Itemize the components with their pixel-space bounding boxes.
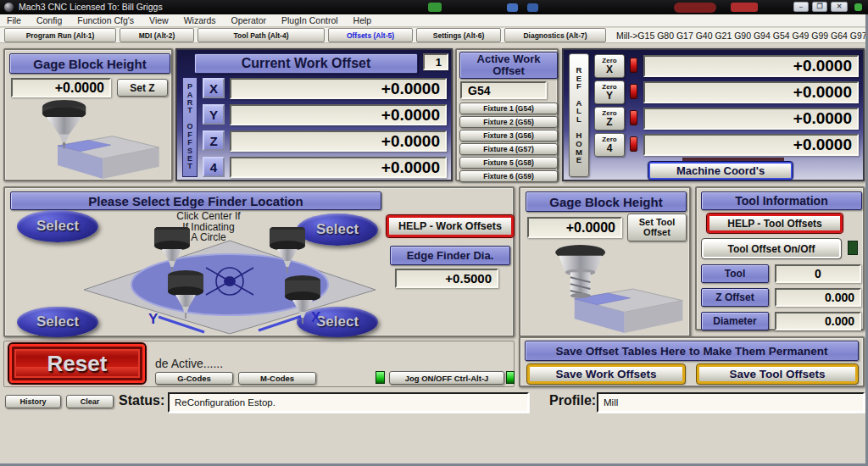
set-z-button[interactable]: Set Z — [117, 79, 168, 97]
gage-block-height-panel-top: Gage Block Height +0.0000 Set Z — [3, 48, 173, 181]
axis-4-label: 4 — [203, 157, 225, 177]
clear-button[interactable]: Clear — [66, 395, 114, 408]
tool-information-panel: Tool Information HELP - Tool Offsets Too… — [695, 186, 865, 330]
panel-title: Active Work Offset — [459, 52, 558, 79]
reset-bar: Reset de Active...... G-Codes M-Codes Jo… — [3, 341, 515, 387]
tool-offset-toggle-button[interactable]: Tool Offset On/Off — [702, 239, 841, 258]
edge-finder-illustration: Y X — [77, 227, 382, 336]
home-led-z — [630, 110, 637, 125]
machine-y-dro[interactable]: +0.0000 — [643, 81, 859, 103]
part-offset-y-dro[interactable]: +0.0000 — [230, 104, 447, 125]
menu-operator[interactable]: Operator — [231, 15, 266, 25]
panel-title: Current Work Offset — [194, 53, 418, 74]
gage-block-height-dro[interactable]: +0.0000 — [11, 78, 111, 97]
app-icon — [4, 3, 14, 12]
zero-axis-letter: Z — [606, 117, 612, 127]
profile-field: Mill — [597, 392, 865, 413]
zero-y-button[interactable]: Zero Y — [594, 80, 625, 104]
probe-over-block-illustration — [14, 99, 166, 180]
save-work-offsets-button[interactable]: Save Work Offsets — [527, 364, 685, 384]
zero-x-button[interactable]: Zero X — [594, 54, 625, 78]
machine-4-dro[interactable]: +0.0000 — [643, 134, 859, 156]
part-offset-label: P A R T O F F S E T — [182, 77, 198, 177]
z-offset-dro[interactable]: 0.000 — [775, 288, 861, 307]
panel-title: Please Select Edge Finder Location — [10, 191, 381, 210]
gcodes-button[interactable]: G-Codes — [155, 372, 233, 385]
minimize-button[interactable]: – — [793, 2, 809, 12]
active-offset-dro[interactable]: G54 — [460, 81, 547, 99]
tab-settings[interactable]: Settings (Alt-6) — [416, 28, 501, 42]
diameter-dro[interactable]: 0.000 — [775, 312, 861, 330]
machine-z-dro[interactable]: +0.0000 — [643, 108, 859, 130]
edge-finder-dia-label: Edge Finder Dia. — [390, 246, 510, 265]
tab-mdi[interactable]: MDI (Alt-2) — [120, 28, 194, 42]
panel-title: Save Offset Tables Here to Make Them Per… — [525, 341, 859, 361]
reset-button[interactable]: Reset — [9, 344, 145, 383]
current-work-offset-panel: Current Work Offset 1 P A R T O F F S E … — [175, 48, 453, 181]
axis-y-label: Y — [203, 104, 225, 125]
menu-function-cfgs[interactable]: Function Cfg's — [77, 15, 134, 25]
fixture-4-button[interactable]: Fixture 4 (G57) — [459, 143, 558, 155]
profile-label: Profile: — [549, 393, 596, 408]
axis-label-x: X — [311, 309, 321, 325]
zero-z-button[interactable]: Zero Z — [594, 107, 625, 130]
screen-tab-bar: Program Run (Alt-1) MDI (Alt-2) Tool Pat… — [0, 28, 868, 43]
set-tool-offset-button[interactable]: Set Tool Offset — [627, 214, 687, 241]
status-field: ReConfiguration Estop. — [168, 392, 529, 413]
menu-view[interactable]: View — [149, 15, 169, 25]
axis-label-y: Y — [148, 311, 159, 327]
machine-coords-panel: R E F A L L H O M E Zero X +0.0000 Zero … — [562, 48, 865, 181]
part-offset-4-dro[interactable]: +0.0000 — [230, 157, 447, 178]
zero-4-button[interactable]: Zero 4 — [594, 133, 625, 157]
menu-config[interactable]: Config — [36, 15, 62, 25]
mcodes-button[interactable]: M-Codes — [238, 372, 316, 385]
ref-all-home-button[interactable]: R E F A L L H O M E — [569, 53, 589, 177]
history-button[interactable]: History — [5, 395, 61, 408]
fixture-5-button[interactable]: Fixture 5 (G58) — [459, 157, 558, 169]
tab-tool-path[interactable]: Tool Path (Alt-4) — [198, 28, 325, 42]
offset-page-dro[interactable]: 1 — [423, 53, 448, 70]
tab-diagnostics[interactable]: Diagnostics (Alt-7) — [504, 28, 606, 42]
part-offset-x-dro[interactable]: +0.0000 — [230, 78, 447, 99]
menu-file[interactable]: File — [7, 15, 21, 25]
axis-x-label: X — [203, 78, 225, 98]
desktop-icon-artifact — [428, 3, 442, 12]
fixture-2-button[interactable]: Fixture 2 (G55) — [459, 116, 558, 128]
tool-number-dro[interactable]: 0 — [775, 264, 861, 283]
active-gcode-modes: Mill->G15 G80 G17 G40 G21 G90 G94 G54 G4… — [616, 31, 867, 41]
part-offset-z-dro[interactable]: +0.0000 — [230, 130, 447, 152]
jog-toggle-button[interactable]: Jog ON/OFF Ctrl-Alt-J — [389, 371, 504, 385]
save-offsets-panel: Save Offset Tables Here to Make Them Per… — [519, 336, 865, 387]
close-button[interactable]: ✕ — [831, 2, 848, 12]
desktop-icon-artifact — [527, 3, 538, 12]
help-work-offsets-button[interactable]: HELP - Work Offsets — [387, 215, 514, 237]
zero-axis-letter: X — [606, 64, 613, 75]
menu-help[interactable]: Help — [353, 15, 372, 25]
zero-axis-letter: Y — [606, 91, 613, 101]
fixture-3-button[interactable]: Fixture 3 (G56) — [459, 130, 558, 141]
fixture-6-button[interactable]: Fixture 6 (G59) — [459, 170, 558, 182]
edge-finder-dia-dro[interactable]: +0.5000 — [395, 269, 498, 288]
home-led-x — [630, 58, 637, 73]
tab-program-run[interactable]: Program Run (Alt-1) — [4, 28, 116, 42]
status-label: Status: — [119, 393, 164, 408]
panel-title: Gage Block Height — [9, 53, 170, 74]
tool-gage-height-dro[interactable]: +0.0000 — [527, 217, 622, 238]
home-led-y — [630, 84, 637, 99]
desktop-icon-artifact — [507, 3, 518, 12]
machine-x-dro[interactable]: +0.0000 — [643, 55, 859, 77]
menu-wizards[interactable]: Wizards — [184, 15, 216, 25]
save-tool-offsets-button[interactable]: Save Tool Offsets — [697, 364, 858, 384]
menu-plugin-control[interactable]: PlugIn Control — [281, 15, 338, 25]
machine-coords-button[interactable]: Machine Coord's — [648, 162, 793, 180]
desktop-icon-artifact — [674, 3, 716, 13]
jog-led-left — [376, 371, 385, 384]
gage-block-height-panel-tool: Gage Block Height +0.0000 Set Tool Offse… — [519, 186, 691, 337]
z-offset-label: Z Offset — [701, 288, 769, 307]
maximize-button[interactable]: ❐ — [812, 2, 827, 12]
tab-offsets[interactable]: Offsets (Alt-5) — [328, 28, 413, 42]
title-bar: Mach3 CNC Licensed To: Bill Griggs – ❐ ✕ — [0, 0, 868, 14]
fixture-1-button[interactable]: Fixture 1 (G54) — [459, 103, 558, 114]
desktop-icon-artifact — [731, 3, 758, 12]
help-tool-offsets-button[interactable]: HELP - Tool Offsets — [707, 214, 843, 233]
